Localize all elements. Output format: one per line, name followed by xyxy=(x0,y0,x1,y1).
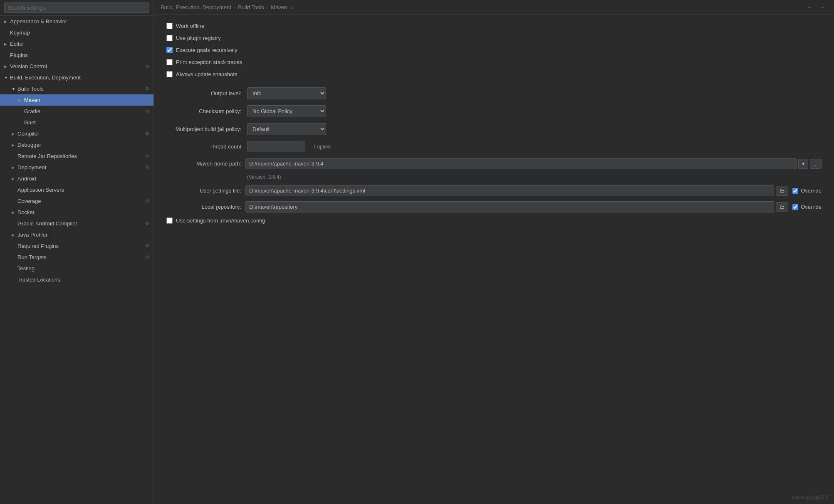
sidebar-item-gradle-android[interactable]: Gradle-Android Compiler⚙ xyxy=(0,218,153,229)
execute-goals-label[interactable]: Execute goals recursively xyxy=(166,47,237,53)
chevron-icon: ▼ xyxy=(12,87,17,91)
sidebar-item-version-control[interactable]: ▶Version Control⚙ xyxy=(0,61,153,72)
sidebar-item-editor[interactable]: ▶Editor xyxy=(0,38,153,49)
maven-home-input[interactable] xyxy=(245,158,797,169)
sidebar-item-docker[interactable]: ▶Docker xyxy=(0,207,153,218)
sidebar-item-gant[interactable]: Gant xyxy=(0,117,153,128)
sidebar-item-deployment[interactable]: ▶Deployment⚙ xyxy=(0,162,153,173)
main-content: Build, Execution, Deployment › Build Too… xyxy=(154,0,834,504)
execute-goals-checkbox[interactable] xyxy=(166,47,173,53)
use-mvn-config-checkbox[interactable] xyxy=(166,217,173,224)
sidebar-item-label: Version Control xyxy=(10,63,145,69)
sidebar-item-java-profiler[interactable]: ▶Java Profiler xyxy=(0,229,153,240)
use-mvn-config-label[interactable]: Use settings from .mvn/maven.config xyxy=(166,217,265,224)
gear-icon: ⚙ xyxy=(145,131,149,136)
work-offline-checkbox[interactable] xyxy=(166,23,173,29)
multiproject-select[interactable]: DefaultFail FastFail NeverFail At End xyxy=(247,123,326,135)
sidebar-item-label: Required Plugins xyxy=(17,243,145,249)
sidebar-item-keymap[interactable]: Keymap xyxy=(0,27,153,38)
breadcrumb-part-1: Build, Execution, Deployment xyxy=(161,4,231,10)
sidebar-item-android[interactable]: ▶Android xyxy=(0,173,153,184)
search-bar xyxy=(0,0,153,16)
breadcrumb: Build, Execution, Deployment › Build Too… xyxy=(154,0,834,15)
always-update-row: Always update snapshots xyxy=(166,71,822,77)
sidebar-item-label: Build Tools xyxy=(17,86,145,92)
always-update-label[interactable]: Always update snapshots xyxy=(166,71,237,77)
print-exception-label[interactable]: Print exception stack traces xyxy=(166,59,242,65)
checksum-policy-label: Checksum policy: xyxy=(166,108,241,114)
gear-icon: ⚙ xyxy=(145,165,149,170)
use-mvn-config-text: Use settings from .mvn/maven.config xyxy=(176,217,265,224)
chevron-icon: ▶ xyxy=(4,42,10,46)
use-plugin-registry-text: Use plugin registry xyxy=(176,35,221,41)
user-settings-folder-button[interactable]: 🗁 xyxy=(776,186,788,196)
local-repo-override-group: Override xyxy=(792,204,822,210)
use-plugin-registry-label[interactable]: Use plugin registry xyxy=(166,35,221,41)
nav-forward-button[interactable]: → xyxy=(817,3,827,11)
checksum-policy-select[interactable]: No Global PolicyStrictLax xyxy=(247,105,326,117)
print-exception-text: Print exception stack traces xyxy=(176,59,242,65)
sidebar-item-remote-jar[interactable]: Remote Jar Repositories⚙ xyxy=(0,151,153,162)
local-repo-label: Local repository: xyxy=(166,204,241,210)
sidebar-item-label: Remote Jar Repositories xyxy=(17,153,145,159)
sidebar-item-application-servers[interactable]: Application Servers xyxy=(0,184,153,195)
sidebar-item-label: Testing xyxy=(17,265,149,272)
sidebar-item-required-plugins[interactable]: Required Plugins⚙ xyxy=(0,240,153,252)
sidebar-item-label: Gradle-Android Compiler xyxy=(17,220,145,227)
chevron-icon: ▶ xyxy=(18,98,24,102)
breadcrumb-part-3: Maven xyxy=(271,4,287,10)
sidebar-item-gradle[interactable]: Gradle⚙ xyxy=(0,106,153,117)
nav-back-button[interactable]: ← xyxy=(805,3,815,11)
chevron-icon: ▶ xyxy=(12,166,17,170)
maven-version-text: (Version: 3.9.4) xyxy=(166,174,822,180)
sidebar-item-coverage[interactable]: Coverage⚙ xyxy=(0,195,153,207)
work-offline-label[interactable]: Work offline xyxy=(166,23,204,29)
local-repo-override-label: Override xyxy=(801,204,822,210)
output-level-select[interactable]: InfoDebugErrorQuiet xyxy=(247,87,326,99)
sidebar-item-appearance[interactable]: ▶Appearance & Behavior xyxy=(0,16,153,27)
user-settings-label: User settings file: xyxy=(166,188,241,194)
chevron-icon: ▶ xyxy=(12,177,17,181)
local-repo-row: Local repository: 🗁 Override xyxy=(166,201,822,212)
sidebar-item-label: Android xyxy=(17,175,149,182)
sidebar-item-label: Maven xyxy=(24,97,145,103)
sidebar-item-testing[interactable]: Testing xyxy=(0,263,153,274)
search-input[interactable] xyxy=(4,2,149,13)
maven-home-dropdown-button[interactable]: ▾ xyxy=(798,159,808,169)
sidebar-item-label: Coverage xyxy=(17,198,145,204)
always-update-checkbox[interactable] xyxy=(166,71,173,77)
maven-home-browse-button[interactable]: ... xyxy=(810,159,822,169)
execute-goals-text: Execute goals recursively xyxy=(176,47,237,53)
breadcrumb-expand-icon: ⊡ xyxy=(290,5,293,10)
sidebar-item-label: Keymap xyxy=(10,30,149,36)
chevron-icon: ▶ xyxy=(4,20,10,24)
user-settings-override-checkbox[interactable] xyxy=(792,188,798,194)
maven-home-row: Maven home path: ▾ ... xyxy=(166,158,822,169)
thread-count-input[interactable] xyxy=(247,141,305,152)
sidebar-item-debugger[interactable]: ▶Debugger xyxy=(0,139,153,151)
sidebar-item-plugins[interactable]: Plugins xyxy=(0,49,153,61)
sidebar-item-maven[interactable]: ▶Maven⚙ xyxy=(0,94,153,106)
maven-home-label: Maven home path: xyxy=(166,161,241,167)
use-plugin-registry-row: Use plugin registry xyxy=(166,35,822,41)
gear-icon: ⚙ xyxy=(145,109,149,114)
local-repo-input[interactable] xyxy=(245,201,774,212)
sidebar-item-label: Gradle xyxy=(24,108,145,114)
sidebar-item-compiler[interactable]: ▶Compiler⚙ xyxy=(0,128,153,139)
user-settings-row: User settings file: 🗁 Override xyxy=(166,185,822,196)
nav-buttons: ← → xyxy=(805,3,827,11)
sidebar-item-label: Deployment xyxy=(17,164,145,170)
print-exception-checkbox[interactable] xyxy=(166,59,173,65)
local-repo-override-checkbox[interactable] xyxy=(792,204,798,210)
user-settings-input-group: 🗁 xyxy=(245,185,788,196)
gear-icon: ⚙ xyxy=(145,97,149,103)
sidebar-item-trusted-locations[interactable]: Trusted Locations xyxy=(0,274,153,285)
gear-icon: ⚙ xyxy=(145,64,149,69)
settings-panel: Work offline Use plugin registry Execute… xyxy=(154,15,834,504)
use-plugin-registry-checkbox[interactable] xyxy=(166,35,173,41)
local-repo-folder-button[interactable]: 🗁 xyxy=(776,202,788,212)
sidebar-item-build-execution[interactable]: ▼Build, Execution, Deployment xyxy=(0,72,153,83)
sidebar-item-build-tools[interactable]: ▼Build Tools⚙ xyxy=(0,83,153,94)
sidebar-item-run-targets[interactable]: Run Targets⚙ xyxy=(0,252,153,263)
user-settings-input[interactable] xyxy=(245,185,774,196)
